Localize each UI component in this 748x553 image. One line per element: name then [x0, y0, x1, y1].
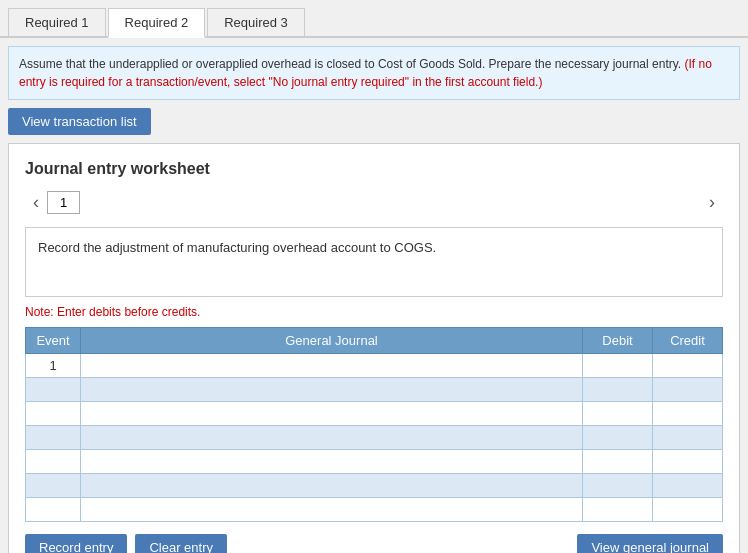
general-journal-cell[interactable]	[81, 474, 583, 498]
tab-required2[interactable]: Required 2	[108, 8, 206, 38]
view-transaction-btn-wrapper: View transaction list	[8, 108, 740, 135]
col-header-general-journal: General Journal	[81, 328, 583, 354]
credit-input[interactable]	[657, 383, 718, 397]
worksheet-container: Journal entry worksheet ‹ 1 › Record the…	[8, 143, 740, 553]
table-row	[26, 474, 723, 498]
note-text: Note: Enter debits before credits.	[25, 305, 723, 319]
worksheet-title: Journal entry worksheet	[25, 160, 723, 178]
view-transaction-list-button[interactable]: View transaction list	[8, 108, 151, 135]
debit-cell[interactable]	[583, 498, 653, 522]
general-journal-input[interactable]	[85, 431, 578, 445]
col-header-credit: Credit	[653, 328, 723, 354]
page-number: 1	[47, 191, 80, 214]
table-row	[26, 426, 723, 450]
info-box: Assume that the underapplied or overappl…	[8, 46, 740, 100]
debit-input[interactable]	[587, 407, 648, 421]
credit-input[interactable]	[657, 503, 718, 517]
debit-cell[interactable]	[583, 450, 653, 474]
credit-cell[interactable]	[653, 378, 723, 402]
tab-required1[interactable]: Required 1	[8, 8, 106, 36]
general-journal-input[interactable]	[85, 503, 578, 517]
description-text: Record the adjustment of manufacturing o…	[38, 240, 436, 255]
general-journal-cell[interactable]	[81, 450, 583, 474]
general-journal-cell[interactable]	[81, 354, 583, 378]
prev-page-button[interactable]: ‹	[25, 190, 47, 215]
tab-required3[interactable]: Required 3	[207, 8, 305, 36]
table-row	[26, 378, 723, 402]
col-header-event: Event	[26, 328, 81, 354]
debit-cell[interactable]	[583, 426, 653, 450]
general-journal-input[interactable]	[85, 383, 578, 397]
table-row	[26, 450, 723, 474]
general-journal-input[interactable]	[85, 479, 578, 493]
credit-input[interactable]	[657, 407, 718, 421]
general-journal-cell[interactable]	[81, 426, 583, 450]
credit-input[interactable]	[657, 455, 718, 469]
general-journal-cell[interactable]	[81, 378, 583, 402]
journal-table: Event General Journal Debit Credit 1	[25, 327, 723, 522]
description-box: Record the adjustment of manufacturing o…	[25, 227, 723, 297]
credit-input[interactable]	[657, 431, 718, 445]
event-cell	[26, 474, 81, 498]
info-main-text: Assume that the underapplied or overappl…	[19, 57, 681, 71]
credit-input[interactable]	[657, 359, 718, 373]
event-cell: 1	[26, 354, 81, 378]
debit-input[interactable]	[587, 479, 648, 493]
credit-cell[interactable]	[653, 426, 723, 450]
action-buttons-row: Record entry Clear entry View general jo…	[25, 534, 723, 553]
general-journal-cell[interactable]	[81, 402, 583, 426]
nav-row: ‹ 1 ›	[25, 190, 723, 215]
page-wrapper: Required 1 Required 2 Required 3 Assume …	[0, 0, 748, 553]
table-row	[26, 402, 723, 426]
debit-input[interactable]	[587, 503, 648, 517]
general-journal-input[interactable]	[85, 407, 578, 421]
credit-cell[interactable]	[653, 498, 723, 522]
credit-cell[interactable]	[653, 450, 723, 474]
credit-cell[interactable]	[653, 354, 723, 378]
credit-cell[interactable]	[653, 402, 723, 426]
col-header-debit: Debit	[583, 328, 653, 354]
next-page-button[interactable]: ›	[701, 190, 723, 215]
event-cell	[26, 498, 81, 522]
debit-input[interactable]	[587, 431, 648, 445]
general-journal-input[interactable]	[85, 359, 578, 373]
debit-input[interactable]	[587, 455, 648, 469]
general-journal-cell[interactable]	[81, 498, 583, 522]
event-cell	[26, 402, 81, 426]
event-cell	[26, 426, 81, 450]
debit-cell[interactable]	[583, 378, 653, 402]
debit-cell[interactable]	[583, 402, 653, 426]
table-row: 1	[26, 354, 723, 378]
credit-cell[interactable]	[653, 474, 723, 498]
clear-entry-button[interactable]: Clear entry	[135, 534, 227, 553]
event-cell	[26, 378, 81, 402]
view-general-journal-button[interactable]: View general journal	[577, 534, 723, 553]
debit-cell[interactable]	[583, 474, 653, 498]
general-journal-input[interactable]	[85, 455, 578, 469]
record-entry-button[interactable]: Record entry	[25, 534, 127, 553]
debit-input[interactable]	[587, 359, 648, 373]
debit-cell[interactable]	[583, 354, 653, 378]
credit-input[interactable]	[657, 479, 718, 493]
tabs-container: Required 1 Required 2 Required 3	[0, 0, 748, 38]
table-row	[26, 498, 723, 522]
event-cell	[26, 450, 81, 474]
debit-input[interactable]	[587, 383, 648, 397]
